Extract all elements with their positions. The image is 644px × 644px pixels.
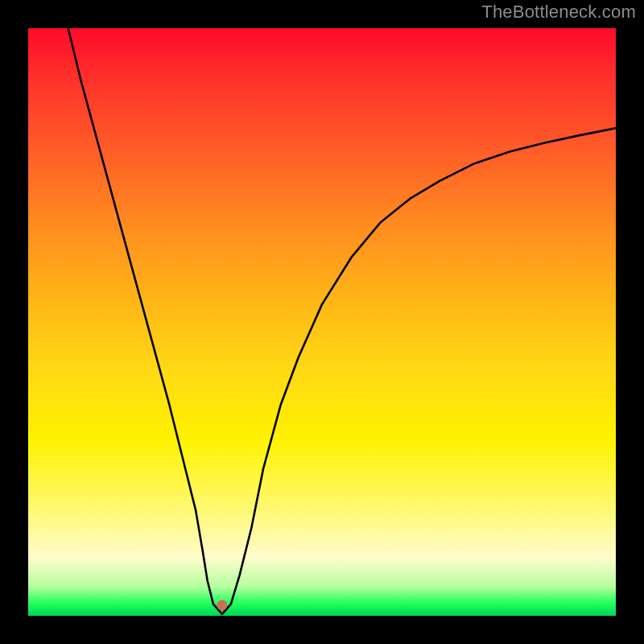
- optimum-marker: [217, 600, 227, 610]
- chart-curve-layer: [28, 28, 616, 616]
- bottleneck-curve: [68, 28, 616, 614]
- watermark-text: TheBottleneck.com: [481, 2, 636, 23]
